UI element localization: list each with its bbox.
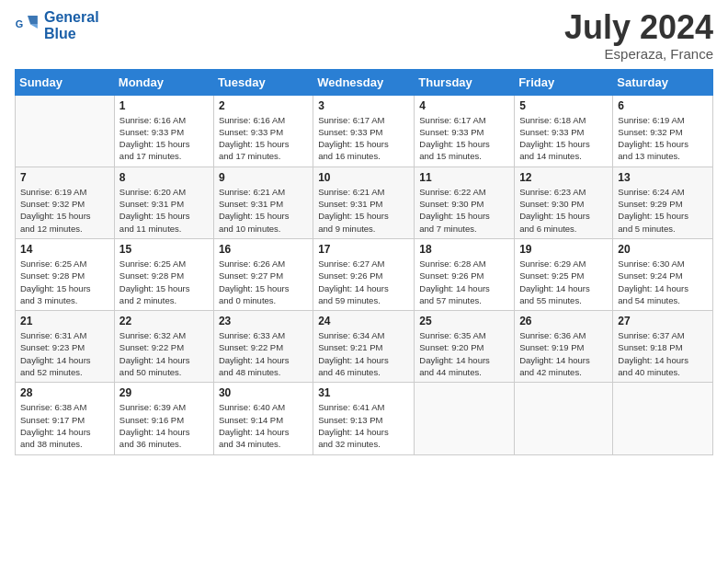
- calendar-cell: 4Sunrise: 6:17 AM Sunset: 9:33 PM Daylig…: [415, 95, 515, 167]
- header: G General Blue July 2024 Esperaza, Franc…: [15, 9, 713, 62]
- day-info: Sunrise: 6:36 AM Sunset: 9:19 PM Dayligh…: [519, 329, 608, 378]
- day-info: Sunrise: 6:28 AM Sunset: 9:26 PM Dayligh…: [419, 258, 509, 306]
- calendar-cell: 26Sunrise: 6:36 AM Sunset: 9:19 PM Dayli…: [515, 311, 613, 383]
- calendar-cell: 25Sunrise: 6:35 AM Sunset: 9:20 PM Dayli…: [415, 311, 515, 383]
- calendar-cell: 16Sunrise: 6:26 AM Sunset: 9:27 PM Dayli…: [213, 238, 313, 310]
- day-info: Sunrise: 6:30 AM Sunset: 9:24 PM Dayligh…: [618, 258, 708, 306]
- day-info: Sunrise: 6:16 AM Sunset: 9:33 PM Dayligh…: [119, 114, 209, 163]
- weekday-header: Monday: [114, 69, 213, 95]
- day-info: Sunrise: 6:21 AM Sunset: 9:31 PM Dayligh…: [219, 186, 308, 235]
- day-info: Sunrise: 6:27 AM Sunset: 9:26 PM Dayligh…: [318, 258, 409, 306]
- day-info: Sunrise: 6:33 AM Sunset: 9:22 PM Dayligh…: [219, 329, 308, 378]
- calendar-cell: 3Sunrise: 6:17 AM Sunset: 9:33 PM Daylig…: [313, 95, 415, 167]
- calendar-cell: 5Sunrise: 6:18 AM Sunset: 9:33 PM Daylig…: [515, 95, 613, 167]
- calendar-cell: 10Sunrise: 6:21 AM Sunset: 9:31 PM Dayli…: [313, 167, 415, 238]
- calendar-cell: 6Sunrise: 6:19 AM Sunset: 9:32 PM Daylig…: [613, 95, 713, 167]
- day-number: 7: [20, 171, 109, 184]
- logo-icon: G: [15, 13, 40, 39]
- weekday-header: Thursday: [415, 69, 515, 95]
- day-info: Sunrise: 6:34 AM Sunset: 9:21 PM Dayligh…: [318, 329, 409, 378]
- calendar-cell: 9Sunrise: 6:21 AM Sunset: 9:31 PM Daylig…: [213, 167, 313, 238]
- calendar-cell: 1Sunrise: 6:16 AM Sunset: 9:33 PM Daylig…: [114, 95, 213, 167]
- day-info: Sunrise: 6:22 AM Sunset: 9:30 PM Dayligh…: [419, 186, 509, 235]
- day-number: 30: [219, 386, 308, 399]
- day-number: 9: [219, 171, 308, 184]
- calendar-cell: 2Sunrise: 6:16 AM Sunset: 9:33 PM Daylig…: [213, 95, 313, 167]
- day-number: 17: [318, 243, 409, 256]
- calendar-week-row: 21Sunrise: 6:31 AM Sunset: 9:23 PM Dayli…: [16, 311, 713, 383]
- weekday-header: Friday: [515, 69, 613, 95]
- day-number: 16: [219, 243, 308, 256]
- day-info: Sunrise: 6:32 AM Sunset: 9:22 PM Dayligh…: [119, 329, 209, 378]
- day-number: 3: [318, 99, 409, 112]
- day-info: Sunrise: 6:19 AM Sunset: 9:32 PM Dayligh…: [20, 186, 109, 235]
- calendar-cell: 15Sunrise: 6:25 AM Sunset: 9:28 PM Dayli…: [114, 238, 213, 310]
- calendar-cell: 20Sunrise: 6:30 AM Sunset: 9:24 PM Dayli…: [613, 238, 713, 310]
- calendar-cell: 17Sunrise: 6:27 AM Sunset: 9:26 PM Dayli…: [313, 238, 415, 310]
- month-title: July 2024: [564, 9, 713, 46]
- calendar-cell: 24Sunrise: 6:34 AM Sunset: 9:21 PM Dayli…: [313, 311, 415, 383]
- day-number: 24: [318, 315, 409, 327]
- svg-text:G: G: [16, 17, 23, 29]
- calendar-cell: 29Sunrise: 6:39 AM Sunset: 9:16 PM Dayli…: [114, 383, 213, 454]
- calendar-cell: 23Sunrise: 6:33 AM Sunset: 9:22 PM Dayli…: [213, 311, 313, 383]
- calendar-cell: [613, 383, 713, 454]
- day-info: Sunrise: 6:18 AM Sunset: 9:33 PM Dayligh…: [519, 114, 608, 163]
- calendar-week-row: 7Sunrise: 6:19 AM Sunset: 9:32 PM Daylig…: [16, 167, 713, 238]
- day-number: 15: [119, 243, 209, 256]
- calendar-cell: 28Sunrise: 6:38 AM Sunset: 9:17 PM Dayli…: [16, 383, 115, 454]
- weekday-header: Saturday: [613, 69, 713, 95]
- calendar-cell: 18Sunrise: 6:28 AM Sunset: 9:26 PM Dayli…: [415, 238, 515, 310]
- day-info: Sunrise: 6:17 AM Sunset: 9:33 PM Dayligh…: [318, 114, 409, 163]
- day-number: 27: [618, 315, 708, 327]
- calendar-cell: 12Sunrise: 6:23 AM Sunset: 9:30 PM Dayli…: [515, 167, 613, 238]
- logo-text-block: General Blue: [44, 9, 99, 41]
- calendar-cell: 22Sunrise: 6:32 AM Sunset: 9:22 PM Dayli…: [114, 311, 213, 383]
- day-info: Sunrise: 6:31 AM Sunset: 9:23 PM Dayligh…: [20, 329, 109, 378]
- day-number: 29: [119, 386, 209, 399]
- day-number: 6: [618, 99, 708, 112]
- day-info: Sunrise: 6:25 AM Sunset: 9:28 PM Dayligh…: [20, 258, 109, 306]
- day-number: 1: [119, 99, 209, 112]
- day-info: Sunrise: 6:17 AM Sunset: 9:33 PM Dayligh…: [419, 114, 509, 163]
- day-info: Sunrise: 6:41 AM Sunset: 9:13 PM Dayligh…: [318, 401, 409, 450]
- logo: G General Blue: [15, 9, 99, 41]
- weekday-header: Sunday: [16, 69, 115, 95]
- day-info: Sunrise: 6:39 AM Sunset: 9:16 PM Dayligh…: [119, 401, 209, 450]
- calendar-cell: 11Sunrise: 6:22 AM Sunset: 9:30 PM Dayli…: [415, 167, 515, 238]
- day-info: Sunrise: 6:20 AM Sunset: 9:31 PM Dayligh…: [119, 186, 209, 235]
- day-info: Sunrise: 6:37 AM Sunset: 9:18 PM Dayligh…: [618, 329, 708, 378]
- day-info: Sunrise: 6:25 AM Sunset: 9:28 PM Dayligh…: [119, 258, 209, 306]
- day-number: 31: [318, 386, 409, 399]
- day-info: Sunrise: 6:23 AM Sunset: 9:30 PM Dayligh…: [519, 186, 608, 235]
- day-number: 11: [419, 171, 509, 184]
- calendar-cell: 30Sunrise: 6:40 AM Sunset: 9:14 PM Dayli…: [213, 383, 313, 454]
- day-number: 13: [618, 171, 708, 184]
- day-number: 23: [219, 315, 308, 327]
- day-info: Sunrise: 6:16 AM Sunset: 9:33 PM Dayligh…: [219, 114, 308, 163]
- calendar-week-row: 1Sunrise: 6:16 AM Sunset: 9:33 PM Daylig…: [16, 95, 713, 167]
- day-info: Sunrise: 6:19 AM Sunset: 9:32 PM Dayligh…: [618, 114, 708, 163]
- day-number: 14: [20, 243, 109, 256]
- day-number: 2: [219, 99, 308, 112]
- calendar-cell: 21Sunrise: 6:31 AM Sunset: 9:23 PM Dayli…: [16, 311, 115, 383]
- day-number: 10: [318, 171, 409, 184]
- day-info: Sunrise: 6:26 AM Sunset: 9:27 PM Dayligh…: [219, 258, 308, 306]
- day-info: Sunrise: 6:21 AM Sunset: 9:31 PM Dayligh…: [318, 186, 409, 235]
- day-number: 28: [20, 386, 109, 399]
- calendar-week-row: 14Sunrise: 6:25 AM Sunset: 9:28 PM Dayli…: [16, 238, 713, 310]
- day-number: 4: [419, 99, 509, 112]
- day-number: 12: [519, 171, 608, 184]
- day-info: Sunrise: 6:38 AM Sunset: 9:17 PM Dayligh…: [20, 401, 109, 450]
- day-info: Sunrise: 6:35 AM Sunset: 9:20 PM Dayligh…: [419, 329, 509, 378]
- day-number: 19: [519, 243, 608, 256]
- calendar-week-row: 28Sunrise: 6:38 AM Sunset: 9:17 PM Dayli…: [16, 383, 713, 454]
- day-number: 18: [419, 243, 509, 256]
- logo-line2: Blue: [44, 26, 76, 41]
- logo-line1: General: [44, 9, 99, 25]
- day-number: 25: [419, 315, 509, 327]
- day-number: 21: [20, 315, 109, 327]
- weekday-header: Wednesday: [313, 69, 415, 95]
- day-number: 5: [519, 99, 608, 112]
- day-number: 20: [618, 243, 708, 256]
